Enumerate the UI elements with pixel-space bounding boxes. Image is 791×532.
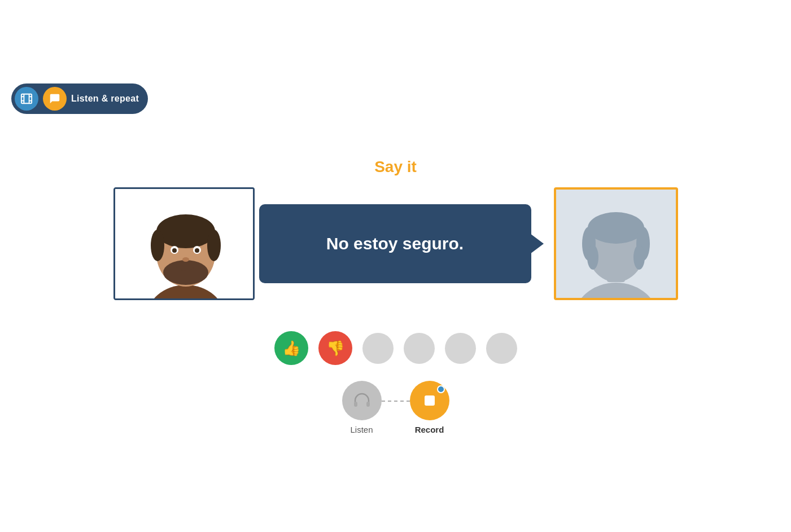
speech-bubble-wrapper: No estoy seguro. [259,204,531,283]
thumbs-down-button[interactable]: 👎 [318,331,352,365]
header-bar: Listen & repeat [11,83,148,114]
svg-rect-30 [366,402,370,407]
record-label: Record [415,425,444,434]
thumbs-up-icon: 👍 [282,340,300,357]
svg-point-27 [587,245,598,270]
feedback-dot-1 [362,333,394,364]
dashed-connector [382,401,410,402]
conversation-row: No estoy seguro. [113,187,678,300]
speech-bubble: No estoy seguro. [259,204,531,283]
speaker-avatar [113,187,255,300]
controls-row: Listen Record [342,381,449,434]
svg-point-12 [151,230,164,261]
svg-point-28 [633,245,645,270]
chat-icon [43,87,67,111]
svg-point-19 [182,257,189,262]
feedback-dot-4 [486,333,517,364]
svg-point-18 [195,248,199,253]
record-button[interactable] [410,381,449,420]
svg-point-24 [588,212,644,244]
feedback-dot-2 [404,333,435,364]
svg-point-13 [207,230,221,261]
svg-rect-0 [21,94,32,104]
thumbs-down-icon: 👎 [326,340,344,357]
feedback-row: 👍 👎 [274,331,517,365]
record-control: Record [410,381,449,434]
feedback-dot-3 [445,333,476,364]
svg-point-17 [172,248,177,253]
listen-label: Listen [350,425,373,434]
film-icon [15,87,38,111]
header-label: Listen & repeat [71,94,139,104]
svg-rect-29 [354,402,357,407]
speech-text: No estoy seguro. [326,234,464,253]
listener-avatar [554,187,678,300]
svg-rect-31 [425,395,435,406]
main-content: Say it [0,158,791,434]
svg-point-14 [163,260,208,285]
listen-button[interactable] [342,381,382,420]
svg-point-11 [156,214,215,248]
say-it-label: Say it [374,158,417,176]
listen-control: Listen [342,381,382,434]
thumbs-up-button[interactable]: 👍 [274,331,308,365]
